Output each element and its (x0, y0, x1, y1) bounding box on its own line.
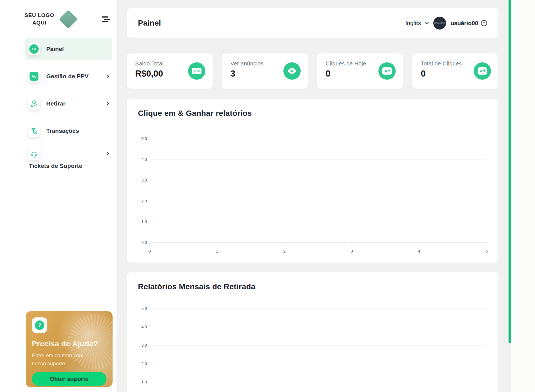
svg-text:$: $ (33, 101, 35, 104)
page-title: Painel (138, 19, 161, 28)
sidebar-item-label: Transações (46, 128, 79, 134)
funnel-dollar-icon: $ (28, 125, 40, 137)
topbar-right: Inglês 350×300 usuário00 (405, 17, 487, 30)
chevron-right-icon (106, 101, 110, 106)
logo-line1: SEU LOGO (25, 12, 54, 19)
chart-title: Relatórios Mensais de Retirada (138, 282, 487, 291)
x-axis-tick-label: 0 (149, 249, 151, 253)
user-menu[interactable]: usuário00 (451, 20, 487, 26)
gridline: 1.0 (150, 222, 487, 222)
y-axis-tick-label: 4.0 (136, 325, 147, 329)
y-axis-tick-label: 3.0 (136, 178, 147, 182)
help-text: Entre em contato com nosso suporte. (32, 352, 106, 367)
question-icon: ? (32, 317, 47, 333)
x-axis-tick-mark (419, 242, 419, 245)
ad-badge-icon: Ad (378, 62, 396, 80)
chart-plot-monthly-withdrawal: 5.04.03.02.01.0 (150, 308, 487, 392)
sidebar-item-label: Painel (46, 46, 64, 52)
gridline: 5.0 (150, 139, 487, 139)
sidebar-item-tickets-de-suporte[interactable]: Tickets de Suporte (25, 147, 112, 178)
language-selector[interactable]: Inglês (405, 20, 429, 26)
chevron-down-circle-icon (481, 20, 487, 26)
svg-text:$: $ (35, 131, 36, 134)
gridline: 0.0 (150, 242, 487, 243)
help-title: Precisa de Ajuda? (32, 340, 106, 348)
y-axis-tick-label: 1.0 (136, 219, 147, 224)
y-axis-tick-label: 5.0 (136, 306, 147, 311)
topbar: Painel Inglês 350×300 usuário00 (127, 8, 498, 38)
gridline: 2.0 (150, 364, 487, 364)
stat-card-cliques-de-hoje: Cliques de Hoje 0 Ad (317, 53, 403, 89)
logo-text: SEU LOGO AQUI (25, 12, 54, 26)
sidebar-item-gestao-de-ppv[interactable]: Ad Gestão de PPV (25, 65, 112, 87)
stat-card-ver-anuncios: Ver anúncios 3 (222, 53, 308, 89)
y-axis-tick-label: 5.0 (136, 136, 147, 141)
sidebar-item-painel[interactable]: Painel (25, 38, 112, 60)
sidebar-item-retirar[interactable]: $ Retirar (25, 92, 112, 115)
y-axis-tick-label: 0.0 (136, 240, 147, 245)
language-label: Inglês (405, 20, 421, 26)
x-axis-tick-label: 2 (283, 249, 285, 253)
money-bill-icon: $ (188, 62, 205, 80)
chevron-down-icon (424, 22, 429, 24)
y-axis-tick-label: 1.0 (136, 380, 147, 384)
eye-icon (283, 62, 301, 80)
gridline: 4.0 (150, 160, 487, 160)
x-axis-tick-mark (352, 242, 352, 245)
chart-card-click-earn: Clique em & Ganhar relatórios 5.04.03.02… (127, 99, 498, 263)
right-edge-strip (511, 0, 535, 392)
sidebar-item-label: Gestão de PPV (46, 73, 89, 80)
logo: SEU LOGO AQUI (25, 8, 113, 30)
y-axis-tick-label: 2.0 (136, 361, 147, 366)
get-support-button[interactable]: Obter suporte (32, 372, 106, 386)
gridline: 2.0 (150, 201, 487, 201)
main-content: Painel Inglês 350×300 usuário00 Saldo To… (116, 0, 509, 392)
gridline: 3.0 (150, 180, 487, 180)
sidebar-item-label: Tickets de Suporte (29, 163, 82, 169)
logo-line2: AQUI (25, 19, 54, 27)
gridline: 4.0 (150, 327, 487, 327)
svg-text:$: $ (193, 69, 196, 73)
y-axis-tick-label: 4.0 (136, 157, 147, 162)
x-axis-tick-label: 5 (485, 249, 488, 253)
avatar[interactable]: 350×300 (433, 17, 446, 30)
hand-dollar-icon: $ (28, 97, 40, 110)
headset-icon (28, 148, 40, 160)
x-axis-tick-label: 1 (216, 249, 218, 253)
gridline: 5.0 (150, 308, 487, 309)
app-root: SEU LOGO AQUI Painel (0, 0, 535, 392)
sidebar: SEU LOGO AQUI Painel (0, 0, 116, 392)
hamburger-menu-icon[interactable] (102, 15, 110, 23)
logo-diamond-icon (58, 9, 78, 29)
x-axis-tick-mark (150, 242, 150, 245)
x-axis-tick-label: 4 (418, 249, 420, 253)
help-card: ? Precisa de Ajuda? Entre em contato com… (26, 311, 113, 387)
ad-icon: Ad (28, 70, 40, 82)
x-axis-tick-mark (217, 242, 217, 245)
username: usuário00 (451, 20, 478, 26)
gauge-icon (28, 43, 40, 55)
y-axis-tick-label: 2.0 (136, 199, 147, 203)
sidebar-item-transacoes[interactable]: $ Transações (25, 120, 112, 142)
ad-badge-icon: Ad (474, 62, 491, 80)
stat-card-saldo-total: Saldo Total R$0,00 $ (127, 53, 213, 89)
chart-card-monthly-withdrawal: Relatórios Mensais de Retirada 5.04.03.0… (127, 272, 498, 392)
chart-plot-click-earn: 5.04.03.02.01.00.0012345 (150, 139, 487, 262)
chart-title: Clique em & Ganhar relatórios (138, 109, 487, 118)
gridline: 3.0 (150, 345, 487, 346)
chevron-right-icon (106, 74, 110, 79)
scrollbar-thumb[interactable] (509, 0, 511, 343)
stat-cards: Saldo Total R$0,00 $ Ver anúncios 3 (127, 53, 498, 89)
sidebar-item-label: Retirar (46, 100, 65, 107)
gridline: 1.0 (150, 382, 487, 382)
stat-card-total-de-cliques: Total de Cliques 0 Ad (412, 53, 498, 89)
sidebar-divider (25, 34, 113, 34)
chevron-right-icon (106, 151, 110, 156)
x-axis-tick-mark (284, 242, 284, 245)
x-axis-tick-mark (487, 242, 487, 245)
y-axis-tick-label: 3.0 (136, 343, 147, 347)
x-axis-tick-label: 3 (351, 249, 353, 253)
